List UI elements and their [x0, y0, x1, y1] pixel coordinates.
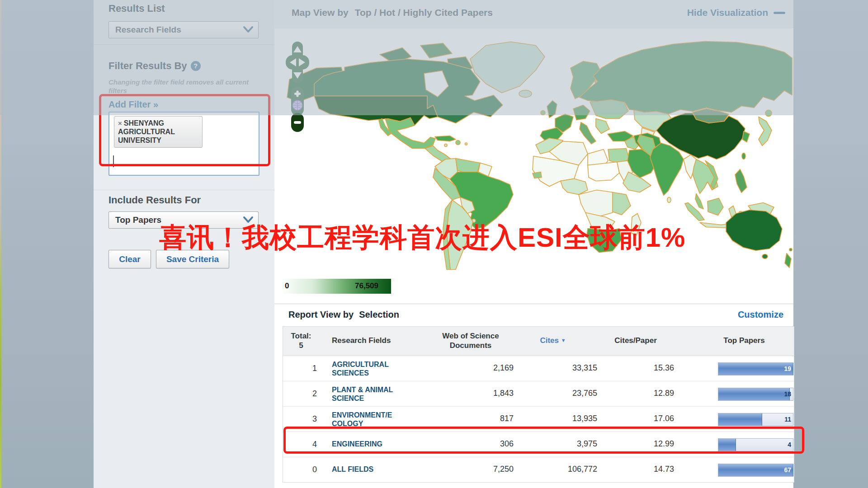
row-cites-per-paper: 14.73	[593, 465, 674, 474]
column-top-papers: Top Papers	[715, 336, 774, 345]
row-rank: 2	[288, 389, 317, 399]
row-cites: 106,772	[516, 465, 597, 474]
include-results-selected-value: Top Papers	[115, 215, 161, 225]
report-rows: 1AGRICULTURAL SCIENCES2,16933,31515.3619…	[283, 356, 794, 482]
scale-min-label: 0	[285, 282, 289, 291]
row-cites: 13,935	[516, 414, 597, 423]
table-header-row: Total:5 Research Fields Web of Science D…	[283, 327, 794, 356]
collapse-dash-icon	[774, 12, 785, 14]
row-field-link[interactable]: AGRICULTURAL SCIENCES	[332, 360, 420, 377]
clear-button[interactable]: Clear	[108, 250, 151, 268]
results-list-heading: Results List	[108, 3, 165, 14]
help-icon[interactable]: ?	[191, 61, 201, 71]
desktop-edge-accent	[0, 0, 1, 488]
annotation-box-engineering-row	[283, 427, 804, 454]
row-documents: 2,169	[432, 363, 514, 373]
column-cites-sort[interactable]: Cites ▼	[526, 336, 580, 345]
results-list-select[interactable]: Research Fields	[108, 21, 259, 38]
table-row: 1AGRICULTURAL SCIENCES2,16933,31515.3619	[283, 356, 794, 381]
map-header: Map View byTop / Hot / Highly Cited Pape…	[274, 0, 793, 29]
row-documents: 1,843	[432, 389, 514, 398]
row-rank: 3	[288, 414, 317, 424]
pan-control-icon	[286, 42, 309, 83]
include-results-heading: Include Results For	[108, 194, 201, 206]
section-divider	[94, 44, 274, 45]
report-title: Report View bySelection	[288, 310, 399, 320]
report-header: Report View bySelection Customize	[274, 304, 793, 325]
column-research-fields: Research Fields	[332, 336, 391, 345]
column-documents: Web of Science Documents	[430, 331, 511, 350]
choropleth-color-scale: 0 76,509	[283, 279, 391, 294]
column-cites-per-paper: Cites/Paper	[609, 336, 663, 345]
row-field-link[interactable]: ENVIRONMENT/E COLOGY	[332, 411, 420, 428]
section-divider	[94, 190, 274, 190]
top-papers-bar: 18	[718, 388, 793, 400]
table-row: 2PLANT & ANIMAL SCIENCE1,84323,76512.891…	[283, 381, 794, 406]
scale-max-label: 76,509	[355, 282, 378, 291]
row-cites: 33,315	[516, 363, 597, 373]
row-field-link[interactable]: PLANT & ANIMAL SCIENCE	[332, 385, 420, 403]
map-navigation-controls[interactable]	[285, 41, 310, 145]
announcement-headline: 喜讯！我校工程学科首次进入ESI全球前1%	[159, 220, 685, 256]
row-field-link[interactable]: ALL FIELDS	[332, 465, 420, 474]
filter-note-text: Changing the filter field removes all cu…	[108, 78, 253, 95]
top-papers-bar: 67	[718, 464, 793, 476]
chevron-down-icon	[243, 25, 254, 36]
top-papers-bar: 11	[718, 413, 793, 425]
row-rank: 0	[288, 465, 317, 474]
row-cites-per-paper: 12.89	[593, 389, 674, 398]
filter-results-by-heading: Filter Results By?	[108, 60, 201, 72]
annotation-box-filter	[99, 94, 270, 166]
row-cites-per-paper: 17.06	[593, 414, 674, 423]
report-table: Total:5 Research Fields Web of Science D…	[283, 326, 794, 483]
results-list-selected-value: Research Fields	[115, 25, 181, 35]
sort-descending-icon: ▼	[561, 338, 566, 343]
row-documents: 817	[432, 414, 514, 423]
hide-visualization-link[interactable]: Hide Visualization	[687, 7, 785, 18]
esi-application-window: Results List Research Fields Filter Resu…	[0, 0, 868, 488]
row-cites-per-paper: 15.36	[593, 363, 674, 373]
zoom-control-icon	[291, 87, 304, 132]
customize-link[interactable]: Customize	[738, 310, 783, 320]
top-papers-bar: 19	[718, 362, 793, 375]
row-documents: 7,250	[432, 465, 514, 474]
table-row: 0ALL FIELDS7,250106,77214.7367	[283, 457, 794, 482]
row-cites: 23,765	[516, 389, 597, 398]
row-rank: 1	[288, 364, 317, 373]
total-count: Total:5	[285, 331, 317, 350]
map-title: Map View byTop / Hot / Highly Cited Pape…	[292, 7, 493, 18]
